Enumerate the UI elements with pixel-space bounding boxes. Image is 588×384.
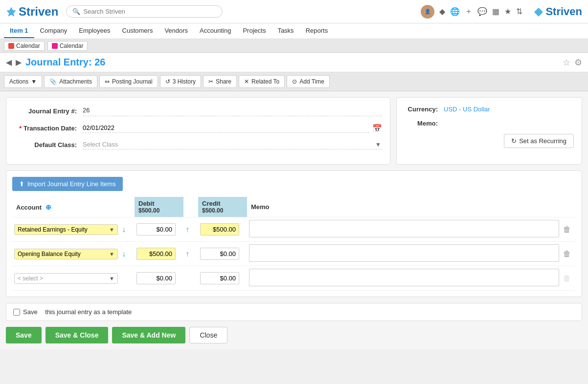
save-template-description: this journal entry as a template	[45, 308, 132, 316]
globe-icon[interactable]: 🌐	[450, 7, 460, 16]
row2-debit-dir-cell: ↓	[120, 242, 135, 266]
row1-account-cell: Retained Earnings - Equity ▼	[12, 217, 120, 242]
chat-icon[interactable]: 💬	[477, 7, 487, 16]
close-button[interactable]: Close	[189, 327, 227, 343]
calendar-tab-1[interactable]: Calendar	[4, 41, 45, 51]
nav-item-1[interactable]: Item 1	[4, 24, 34, 38]
recurring-icon: ↻	[511, 137, 517, 145]
forward-arrow[interactable]: ▶	[16, 58, 22, 67]
row3-delete-icon: 🗑	[563, 274, 571, 282]
save-add-new-button[interactable]: Save & Add New	[112, 327, 185, 343]
avatar[interactable]: 👤	[421, 5, 434, 19]
related-to-button[interactable]: ✕ Related To	[239, 75, 285, 88]
cal-tab-label-1: Calendar	[16, 43, 40, 49]
save-template-text	[41, 308, 43, 316]
row2-debit-cell	[135, 242, 183, 266]
row1-account-wrapper: Retained Earnings - Equity ▼	[14, 224, 118, 235]
row3-credit-dir-cell	[183, 266, 198, 291]
journal-entry-number: 26	[94, 57, 105, 67]
share-button[interactable]: ✂ Share	[203, 75, 237, 88]
posting-journal-label: Posting Journal	[112, 78, 153, 85]
row1-credit-dir-icon[interactable]: ↑	[185, 225, 189, 234]
row1-debit-dir-icon[interactable]: ↓	[122, 225, 126, 234]
default-class-select[interactable]: Select Class	[83, 140, 382, 149]
page-header-icons: ☆ ⚙	[563, 57, 582, 68]
currency-row: Currency: USD - US Dollar	[405, 106, 574, 113]
actions-button[interactable]: Actions ▼	[4, 75, 42, 88]
nav-item-projects[interactable]: Projects	[237, 24, 271, 38]
logo[interactable]: Striven	[6, 5, 58, 19]
memo-label: Memo:	[405, 120, 444, 127]
nav-item-employees[interactable]: Employees	[73, 24, 116, 38]
save-button[interactable]: Save	[6, 327, 42, 343]
nav-item-company[interactable]: Company	[34, 24, 73, 38]
row2-delete-icon[interactable]: 🗑	[563, 250, 571, 258]
page-header: ◀ ▶ Journal Entry: 26 ☆ ⚙	[0, 53, 588, 72]
import-btn[interactable]: ⬆ Import Journal Entry Line Items	[12, 177, 123, 191]
nav-item-accounting[interactable]: Accounting	[194, 24, 237, 38]
nav-item-vendors[interactable]: Vendors	[158, 24, 194, 38]
diamond-icon[interactable]: ◆	[439, 7, 445, 16]
page-nav: ◀ ▶ Journal Entry: 26	[6, 57, 105, 68]
memo-row: Memo:	[405, 120, 574, 127]
row2-credit-input[interactable]	[200, 248, 239, 260]
history-label: 3 History	[173, 78, 196, 85]
row2-credit-dir-cell: ↑	[183, 242, 198, 266]
row2-memo-input[interactable]	[249, 244, 559, 262]
row3-debit-input[interactable]	[136, 272, 176, 284]
row1-debit-cell[interactable]	[135, 217, 183, 242]
transaction-date-input[interactable]	[83, 123, 369, 133]
search-icon: 🔍	[72, 8, 80, 15]
table-row: < select > ▼	[12, 266, 576, 291]
posting-journal-button[interactable]: ⇔ Posting Journal	[99, 75, 158, 88]
currency-label: Currency:	[405, 106, 444, 113]
star-icon[interactable]: ★	[504, 7, 511, 16]
row1-memo-input[interactable]	[249, 220, 559, 237]
row1-delete-icon[interactable]: 🗑	[563, 225, 571, 234]
form-left: Journal Entry #: 26 Transaction Date: 📅 …	[6, 97, 390, 165]
row2-debit-dir-icon[interactable]: ↓	[122, 250, 126, 258]
col-delete	[561, 197, 576, 217]
history-button[interactable]: ↺ 3 History	[160, 75, 201, 88]
set-as-recurring-button[interactable]: ↻ Set as Recurring	[504, 134, 574, 148]
credit-total: $500.00	[202, 207, 243, 214]
nav-item-tasks[interactable]: Tasks	[271, 24, 299, 38]
page-title: Journal Entry: 26	[25, 57, 105, 68]
row3-memo-input[interactable]	[249, 269, 559, 286]
journal-entry-row: Journal Entry #: 26	[14, 106, 382, 116]
nav-item-reports[interactable]: Reports	[300, 24, 334, 38]
add-time-button[interactable]: ⊙ Add Time	[287, 75, 330, 88]
back-arrow[interactable]: ◀	[6, 58, 12, 67]
row2-debit-input[interactable]	[136, 248, 176, 260]
favorite-icon[interactable]: ☆	[563, 57, 570, 68]
calendar-tab-2[interactable]: Calendar	[47, 41, 88, 51]
row3-memo-cell	[247, 266, 561, 291]
save-template-checkbox[interactable]	[13, 309, 20, 316]
row1-delete-cell: 🗑	[561, 217, 576, 242]
row3-credit-input[interactable]	[200, 272, 239, 284]
row1-memo-cell	[247, 217, 561, 242]
search-input[interactable]	[83, 8, 216, 15]
add-account-icon[interactable]: ⊕	[45, 203, 51, 211]
row1-debit-input[interactable]	[136, 223, 176, 235]
save-close-button[interactable]: Save & Close	[45, 327, 109, 343]
row3-account-select[interactable]: < select >	[18, 275, 109, 282]
calendar-icon[interactable]: 📅	[372, 124, 382, 133]
search-bar[interactable]: 🔍	[66, 5, 223, 18]
transaction-date-row: Transaction Date: 📅	[14, 123, 382, 133]
plus-icon[interactable]: ＋	[465, 6, 473, 17]
row1-account-select[interactable]: Retained Earnings - Equity	[18, 226, 109, 233]
template-row: Save this journal entry as a template	[6, 303, 582, 321]
nav-item-customers[interactable]: Customers	[116, 24, 159, 38]
settings-icon[interactable]: ⚙	[574, 57, 582, 68]
attachments-button[interactable]: 📎 Attachments	[44, 75, 97, 88]
logo-icon	[6, 6, 17, 17]
bars-icon[interactable]: ⇅	[516, 7, 522, 16]
row2-account-select[interactable]: Opening Balance Equity	[18, 251, 109, 257]
line-items-section: ⬆ Import Journal Entry Line Items Accoun…	[6, 171, 582, 297]
row1-credit-input[interactable]	[200, 223, 239, 235]
row2-credit-dir-icon[interactable]: ↑	[185, 250, 189, 258]
grid-icon[interactable]: ▦	[492, 7, 499, 16]
row3-debit-cell	[135, 266, 183, 291]
form-right: Currency: USD - US Dollar Memo: ↻ Set as…	[396, 97, 582, 165]
